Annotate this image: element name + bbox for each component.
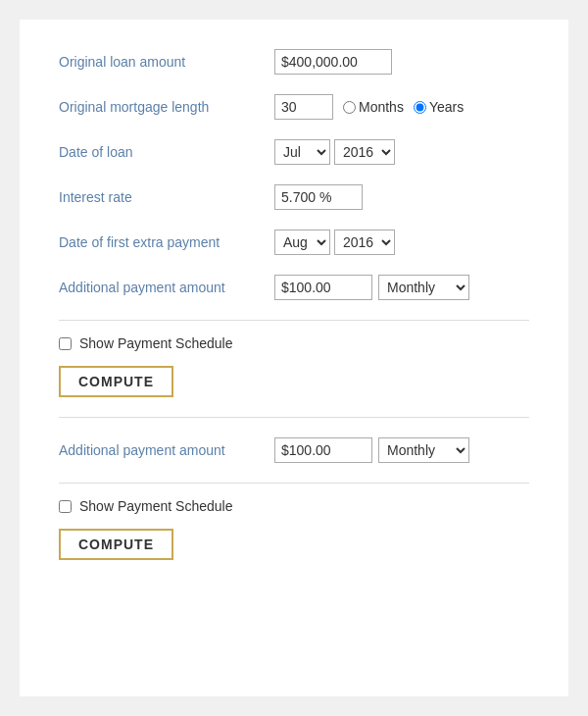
date-of-loan-label: Date of loan (59, 144, 274, 160)
additional-payment-label-2: Additional payment amount (59, 442, 274, 458)
compute-button-2[interactable]: COMPUTE (59, 529, 173, 560)
page-container: Original loan amount Original mortgage l… (20, 20, 568, 696)
length-unit-group: Months Years (343, 99, 464, 115)
mortgage-length-label: Original mortgage length (59, 99, 274, 115)
interest-rate-label: Interest rate (59, 189, 274, 205)
interest-wrapper (274, 184, 363, 210)
additional-row-1: Monthly Weekly Bi-Weekly Yearly (274, 275, 469, 300)
compute-button-1[interactable]: COMPUTE (59, 366, 173, 397)
interest-rate-row: Interest rate (59, 184, 529, 210)
interest-rate-input[interactable] (274, 184, 363, 210)
mortgage-length-input[interactable] (274, 94, 333, 120)
loan-year-select[interactable]: 20142015201620172018 (334, 139, 395, 165)
additional-amount-input-1[interactable] (274, 275, 372, 300)
months-radio[interactable] (343, 101, 356, 114)
loan-amount-row: Original loan amount (59, 49, 529, 75)
frequency-select-1[interactable]: Monthly Weekly Bi-Weekly Yearly (378, 275, 469, 300)
additional-amount-input-2[interactable] (274, 437, 372, 463)
months-label: Months (359, 99, 404, 115)
years-radio[interactable] (414, 101, 426, 114)
loan-month-select[interactable]: JanFebMarApr MayJunJulAug SepOctNovDec (274, 139, 330, 165)
extra-year-select[interactable]: 20142015201620172018 (334, 230, 395, 255)
frequency-select-2[interactable]: Monthly Weekly Bi-Weekly Yearly (378, 437, 469, 463)
additional-payment-label-1: Additional payment amount (59, 280, 274, 295)
show-schedule-label-2[interactable]: Show Payment Schedule (79, 498, 232, 514)
show-schedule-checkbox-2[interactable] (59, 500, 72, 513)
months-radio-label[interactable]: Months (343, 99, 404, 115)
years-radio-label[interactable]: Years (414, 99, 464, 115)
date-of-loan-row: Date of loan JanFebMarApr MayJunJulAug S… (59, 139, 529, 165)
show-schedule-row-2: Show Payment Schedule (59, 498, 529, 514)
show-schedule-label-1[interactable]: Show Payment Schedule (79, 335, 232, 351)
section-divider (59, 417, 529, 418)
mortgage-length-row: Original mortgage length Months Years (59, 94, 529, 120)
additional-payment-row-2: Additional payment amount Monthly Weekly… (59, 437, 529, 463)
loan-amount-label: Original loan amount (59, 54, 274, 70)
extra-month-select[interactable]: JanFebMarApr MayJunJulAug SepOctNovDec (274, 230, 330, 255)
divider-1 (59, 320, 529, 321)
date-first-extra-label: Date of first extra payment (59, 234, 274, 250)
show-schedule-checkbox-1[interactable] (59, 337, 72, 350)
show-schedule-row-1: Show Payment Schedule (59, 335, 529, 351)
loan-amount-input[interactable] (274, 49, 392, 75)
date-first-extra-row: Date of first extra payment JanFebMarApr… (59, 230, 529, 255)
years-label: Years (429, 99, 464, 115)
additional-payment-row-1: Additional payment amount Monthly Weekly… (59, 275, 529, 300)
additional-row-2: Monthly Weekly Bi-Weekly Yearly (274, 437, 469, 463)
divider-2 (59, 483, 529, 484)
